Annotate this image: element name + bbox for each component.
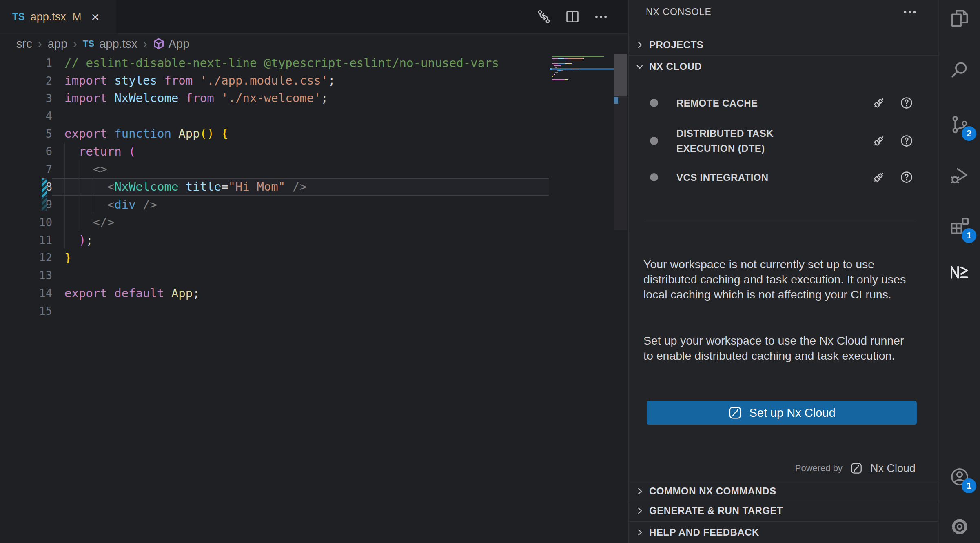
scrollbar-thumb[interactable]: [614, 54, 627, 96]
breadcrumb-item-app[interactable]: App: [153, 37, 190, 51]
code-text: import NxWelcome from './nx-welcome';: [52, 89, 549, 107]
activity-nx-console-icon[interactable]: [939, 257, 980, 288]
section-label: PROJECTS: [649, 39, 703, 51]
split-editor-icon[interactable]: [565, 9, 580, 24]
breadcrumb: src›app›TSapp.tsx›App: [16, 33, 189, 54]
divider: [646, 222, 917, 222]
line-number: 2: [0, 74, 52, 87]
code-line-5[interactable]: 5export function App() {: [0, 125, 549, 142]
section-label: NX CLOUD: [649, 61, 702, 72]
powered-by: Powered by Nx Cloud: [795, 459, 916, 478]
vscode-window: TS app.tsx M × src›app›TSapp.tsx›App 1//…: [0, 0, 980, 543]
more-actions-icon[interactable]: [593, 9, 609, 24]
section-label: COMMON NX COMMANDS: [649, 485, 776, 497]
nx-cloud-item-vcs: VCS INTEGRATION: [629, 166, 938, 189]
section-projects[interactable]: PROJECTS: [629, 34, 938, 56]
line-number: 13: [0, 269, 52, 282]
line-number: 6: [0, 145, 52, 158]
panel-title: NX CONSOLE: [646, 7, 712, 18]
badge: 2: [962, 126, 976, 141]
line-number: 15: [0, 305, 52, 317]
breadcrumb-label: App: [169, 37, 190, 51]
breadcrumb-item-src[interactable]: src: [16, 37, 32, 51]
chevron-right-icon: [635, 528, 644, 537]
feature-label: DISTRIBUTED TASK EXECUTION (DTE): [676, 126, 811, 156]
code-text: [52, 302, 549, 319]
code-text: export default App;: [52, 284, 549, 302]
activity-source-control-icon[interactable]: 2: [939, 109, 980, 140]
section-nx-cloud[interactable]: NX CLOUD: [629, 56, 938, 78]
powered-by-label: Powered by: [795, 463, 843, 474]
indent-guide: [93, 178, 93, 214]
code-text: );: [52, 231, 549, 249]
code-line-13[interactable]: 13: [0, 267, 549, 284]
tab-label: app.tsx: [31, 11, 66, 23]
code-line-12[interactable]: 12}: [0, 249, 549, 266]
code-text: <div />: [52, 196, 549, 213]
line-number: 3: [0, 92, 52, 105]
code-line-2[interactable]: 2import styles from './app.module.css';: [0, 71, 549, 89]
nx-cloud-item-distributed: DISTRIBUTED TASK EXECUTION (DTE): [629, 122, 938, 160]
activity-settings-icon[interactable]: [939, 511, 980, 542]
activity-search-icon[interactable]: [939, 55, 980, 86]
setup-nx-cloud-button[interactable]: Set up Nx Cloud: [647, 401, 917, 425]
activity-accounts-icon[interactable]: 1: [939, 461, 980, 492]
activity-explorer-icon[interactable]: [939, 3, 980, 34]
overview-ruler-marker: [614, 97, 618, 104]
more-actions-icon[interactable]: [902, 4, 918, 20]
section-label: GENERATE & RUN TARGET: [649, 505, 783, 516]
editor-group: TS app.tsx M × src›app›TSapp.tsx›App 1//…: [0, 0, 628, 543]
breadcrumb-label: app: [48, 37, 67, 51]
minimap[interactable]: [550, 56, 614, 82]
tab-app-tsx[interactable]: TS app.tsx M ×: [0, 0, 116, 33]
code-line-3[interactable]: 3import NxWelcome from './nx-welcome';: [0, 89, 549, 107]
line-number: 14: [0, 287, 52, 299]
code-editor[interactable]: 1// eslint-disable-next-line @typescript…: [0, 54, 549, 320]
chevron-right-icon: [635, 487, 644, 496]
code-line-8[interactable]: 8 <NxWelcome title="Hi Mom" />: [0, 178, 549, 196]
breadcrumb-label: src: [16, 37, 32, 51]
breadcrumb-separator: ›: [143, 37, 147, 51]
code-text: export function App() {: [52, 125, 549, 142]
code-text: import styles from './app.module.css';: [52, 71, 549, 89]
code-line-1[interactable]: 1// eslint-disable-next-line @typescript…: [0, 54, 549, 71]
section-help-and-feedback[interactable]: HELP AND FEEDBACK: [629, 521, 938, 543]
nx-cloud-logo-icon: [728, 405, 743, 420]
nx-cloud-brand: Nx Cloud: [870, 462, 916, 475]
code-line-15[interactable]: 15: [0, 302, 549, 319]
breadcrumb-item-app-tsx[interactable]: TSapp.tsx: [83, 37, 137, 51]
help-icon[interactable]: [899, 134, 914, 148]
help-icon[interactable]: [899, 96, 914, 110]
connect-icon[interactable]: [871, 134, 886, 148]
connect-icon[interactable]: [871, 170, 886, 185]
activity-run-and-debug-icon[interactable]: [939, 161, 980, 192]
setup-hint-text: Set up your workspace to use the Nx Clou…: [643, 333, 916, 363]
activity-extensions-icon[interactable]: 1: [939, 211, 980, 242]
collapsed-sections: COMMON NX COMMANDSGENERATE & RUN TARGETH…: [629, 482, 938, 543]
section-generate-run-target[interactable]: GENERATE & RUN TARGET: [629, 500, 938, 521]
status-dot-icon: [650, 99, 658, 107]
open-changes-icon[interactable]: [536, 9, 552, 24]
editor-title-actions: [536, 6, 609, 28]
typescript-file-icon: TS: [12, 11, 25, 22]
nx-cloud-item-remote: REMOTE CACHE: [629, 91, 938, 114]
code-line-7[interactable]: 7 <>: [0, 160, 549, 178]
code-line-11[interactable]: 11 );: [0, 231, 549, 249]
breadcrumb-item-app[interactable]: app: [48, 37, 67, 51]
section-common-nx-commands[interactable]: COMMON NX COMMANDS: [629, 482, 938, 500]
badge: 1: [962, 478, 976, 493]
connect-icon[interactable]: [871, 96, 886, 110]
workspace-status-text: Your workspace is not currently set up t…: [643, 257, 916, 302]
code-line-4[interactable]: 4: [0, 107, 549, 125]
indent-guide: [64, 142, 65, 249]
code-text: </>: [52, 214, 549, 231]
code-line-10[interactable]: 10 </>: [0, 214, 549, 231]
close-tab-icon[interactable]: ×: [91, 10, 99, 24]
code-line-6[interactable]: 6 return (: [0, 142, 549, 160]
symbol-cube-icon: [153, 38, 164, 49]
code-line-9[interactable]: 9 <div />: [0, 196, 549, 213]
code-line-14[interactable]: 14export default App;: [0, 284, 549, 302]
breadcrumb-separator: ›: [73, 37, 77, 51]
help-icon[interactable]: [899, 170, 914, 185]
indent-guide: [79, 160, 79, 231]
